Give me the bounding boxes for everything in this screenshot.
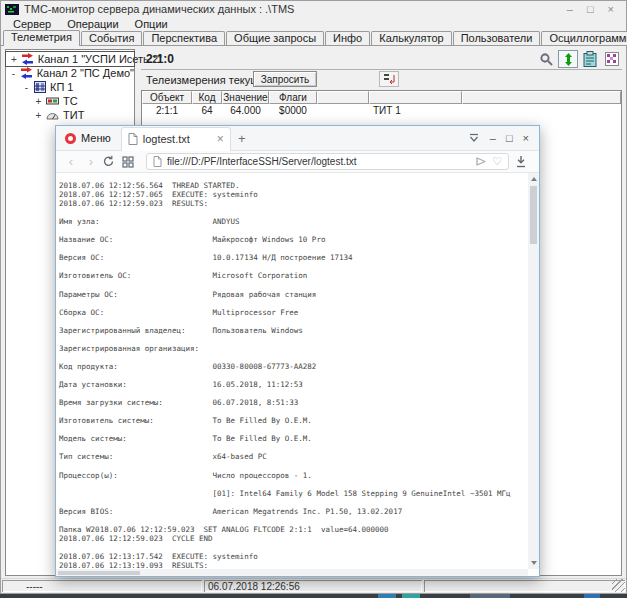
- vertical-scroll-thumb[interactable]: [530, 186, 537, 244]
- new-tab-button[interactable]: +: [231, 131, 253, 146]
- search-button[interactable]: [536, 50, 556, 68]
- expand-icon[interactable]: +: [35, 110, 42, 121]
- url-field[interactable]: file:///D:/PF/InterfaceSSH/Server/logtes…: [146, 153, 509, 170]
- collapse-icon[interactable]: -: [11, 68, 16, 79]
- reload-icon: [102, 155, 115, 168]
- clipboard-button[interactable]: [580, 50, 600, 68]
- maximize-button[interactable]: □: [587, 2, 594, 16]
- menu-options[interactable]: Опции: [127, 18, 176, 30]
- window-title: ТМС-монитор сервера динамических данных …: [24, 3, 562, 15]
- forward-button[interactable]: ›: [82, 153, 100, 171]
- vertical-scrollbar[interactable]: [528, 173, 539, 569]
- document-icon: [128, 133, 138, 145]
- browser-tab-strip: Меню logtest.txt × + – □ ×: [56, 126, 539, 151]
- tab-oscillograms[interactable]: Осциллограммы: [541, 31, 627, 45]
- tree-item-label: ТС: [63, 95, 78, 107]
- tab-telemetry[interactable]: Телеметрия: [3, 30, 80, 46]
- opera-menu-label: Меню: [81, 132, 111, 144]
- expand-icon[interactable]: +: [11, 54, 17, 65]
- reload-button[interactable]: [102, 155, 120, 168]
- status-left: -----: [2, 580, 202, 592]
- download-button[interactable]: [515, 155, 533, 168]
- col-filler: [462, 91, 621, 104]
- back-button[interactable]: ‹: [62, 153, 80, 171]
- collapse-icon[interactable]: -: [23, 82, 30, 93]
- col-empty1[interactable]: [317, 91, 369, 104]
- channel-icon: [21, 53, 34, 65]
- taskbar-icon: [470, 594, 510, 598]
- share-icon[interactable]: [475, 156, 487, 167]
- export-icon: [383, 73, 396, 85]
- updown-arrow-icon: [564, 53, 573, 66]
- opera-menu-button[interactable]: Меню: [56, 126, 121, 150]
- selected-object-id: 2:1:0: [141, 52, 534, 66]
- col-flags[interactable]: Флаги: [269, 91, 317, 104]
- tree-item-kp1[interactable]: - КП 1: [6, 80, 134, 94]
- resize-grip[interactable]: [612, 579, 625, 592]
- status-bar: ----- 06.07.2018 12:26:56: [1, 578, 626, 593]
- expand-icon[interactable]: +: [35, 96, 42, 107]
- horizontal-scrollbar[interactable]: [56, 569, 528, 576]
- opera-logo-icon: [65, 133, 76, 144]
- download-icon: [515, 155, 527, 168]
- tree-item-label: Канал 2 "ПС Демо": [37, 67, 134, 79]
- status-right: [424, 580, 625, 592]
- tab-menu-icon[interactable]: [468, 133, 480, 143]
- status-time: 06.07.2018 12:26:56: [204, 580, 422, 592]
- tab-calculator[interactable]: Калькулятор: [371, 31, 451, 45]
- tab-info[interactable]: Инфо: [325, 31, 370, 45]
- cell-flags: $0000: [269, 104, 317, 117]
- col-value[interactable]: Значение: [222, 91, 269, 104]
- titlebar: ТМС-монитор сервера динамических данных …: [1, 1, 626, 17]
- browser-minimize-button[interactable]: –: [490, 132, 496, 144]
- scroll-down-icon[interactable]: [531, 561, 537, 565]
- tree-item-channel1[interactable]: + Канал 1 "УСПИ Исеть 2": [6, 52, 134, 66]
- horizontal-scroll-thumb[interactable]: [58, 571, 140, 575]
- autoscale-button[interactable]: [558, 50, 578, 68]
- tab-common-queries[interactable]: Общие запросы: [226, 31, 324, 45]
- export-button[interactable]: [379, 71, 399, 87]
- menu-bar: Сервер Операции Опции: [1, 17, 626, 30]
- cell-code: 64: [192, 104, 222, 117]
- clipboard-icon: [583, 51, 597, 67]
- browser-window: Меню logtest.txt × + – □ × ‹ ›: [55, 125, 540, 577]
- browser-close-button[interactable]: ×: [523, 132, 529, 144]
- tree-item-tit[interactable]: + ТИТ: [6, 108, 134, 122]
- close-button[interactable]: ×: [608, 2, 614, 16]
- gauge-icon: [46, 111, 59, 120]
- browser-address-bar: ‹ › file:///D:/PF/InterfaceSSH/Server/lo…: [56, 151, 539, 173]
- heart-icon[interactable]: ♡: [492, 156, 502, 167]
- channel-icon: [20, 67, 33, 79]
- request-button[interactable]: Запросить: [253, 71, 317, 87]
- browser-tab-logtest[interactable]: logtest.txt ×: [121, 127, 231, 151]
- tab-events[interactable]: События: [81, 31, 142, 45]
- tree-item-label: ТИТ: [63, 109, 84, 121]
- tab-close-icon[interactable]: ×: [217, 132, 224, 146]
- taskbar-icon: [402, 594, 420, 598]
- speed-dial-button[interactable]: [122, 156, 140, 168]
- app-icon: [5, 4, 19, 15]
- browser-maximize-button[interactable]: □: [506, 132, 513, 144]
- taskbar-icon: [584, 594, 600, 598]
- scroll-up-icon[interactable]: [531, 177, 537, 181]
- pattern-button[interactable]: [602, 50, 622, 68]
- col-code[interactable]: Код: [192, 91, 222, 104]
- cell-name: ТИТ 1: [369, 104, 462, 117]
- tab-perspective[interactable]: Перспектива: [143, 31, 225, 45]
- browser-tab-title: logtest.txt: [143, 133, 212, 145]
- table-row[interactable]: 2:1:1 64 64.000 $0000 ТИТ 1: [142, 104, 621, 117]
- col-object[interactable]: Объект: [142, 91, 192, 104]
- browser-content: 2018.07.06 12:12:56.564 THREAD STARTED. …: [56, 173, 539, 576]
- col-empty2[interactable]: [369, 91, 462, 104]
- menu-operations[interactable]: Операции: [59, 18, 126, 30]
- menu-server[interactable]: Сервер: [5, 18, 59, 30]
- tab-users[interactable]: Пользователи: [453, 31, 541, 45]
- minimize-button[interactable]: –: [567, 2, 573, 16]
- tree-item-label: КП 1: [50, 81, 74, 93]
- tab-bar: Телеметрия События Перспектива Общие зап…: [1, 30, 626, 46]
- cell-object: 2:1:1: [142, 104, 192, 117]
- tree-item-tc[interactable]: + ТС: [6, 94, 134, 108]
- taskbar-peek: [0, 594, 627, 598]
- taskbar-icon: [378, 594, 396, 598]
- tree-item-channel2[interactable]: - Канал 2 "ПС Демо": [6, 66, 134, 80]
